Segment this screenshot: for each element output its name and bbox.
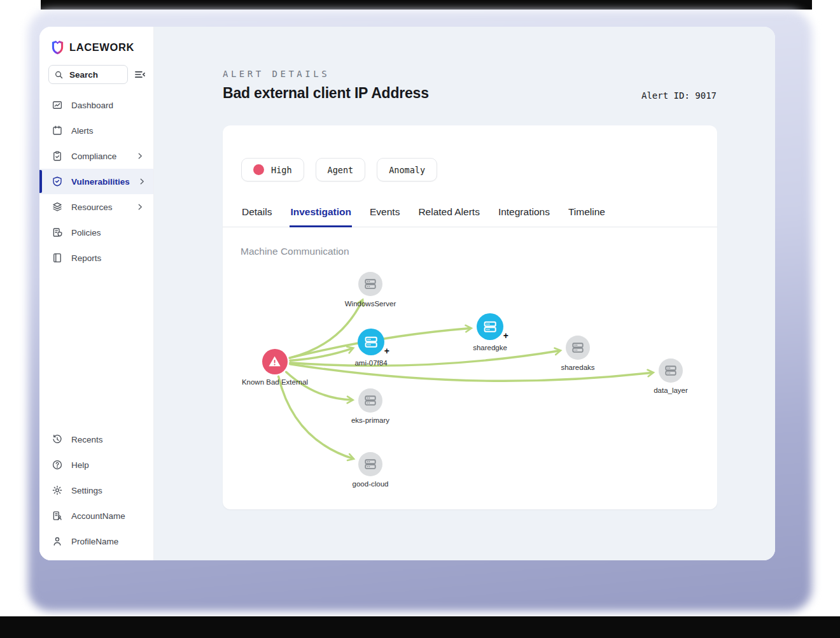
graph-node-ws[interactable]: WindowsServer xyxy=(358,272,382,296)
alert-card: HighAgentAnomaly DetailsInvestigationEve… xyxy=(223,125,717,509)
policies-icon xyxy=(52,227,63,238)
sidebar-item-resources[interactable]: Resources xyxy=(39,194,153,220)
expand-plus-badge[interactable]: + xyxy=(503,331,508,340)
nav-item-label: Alerts xyxy=(71,126,94,136)
help-icon xyxy=(52,459,63,471)
badges-row: HighAgentAnomaly xyxy=(223,125,717,181)
badge-anomaly[interactable]: Anomaly xyxy=(377,158,437,181)
sidebar-item-help[interactable]: Help xyxy=(39,452,153,478)
nav-item-label: Compliance xyxy=(71,152,116,161)
nav-item-label: Settings xyxy=(71,486,102,495)
recents-icon xyxy=(52,434,63,445)
sidebar-item-policies[interactable]: Policies xyxy=(39,220,153,245)
chevron-right-icon xyxy=(138,178,146,185)
nav-item-label: Reports xyxy=(71,253,101,263)
graph-node-bad[interactable]: Known Bad External xyxy=(262,349,288,374)
app-window: LACEWORK DashboardAlertsComplianceVulner… xyxy=(39,27,775,560)
alert-id: Alert ID: 9017 xyxy=(641,90,717,101)
sidebar-footer-nav: RecentsHelpSettingsAccountNameProfileNam… xyxy=(39,427,153,554)
node-label: Known Bad External xyxy=(242,378,308,386)
node-label: WindowsServer xyxy=(345,300,396,308)
tab-investigation[interactable]: Investigation xyxy=(290,201,352,227)
badge-label: Anomaly xyxy=(389,165,425,175)
sidebar-item-profilename[interactable]: ProfileName xyxy=(39,528,153,554)
frame-bottom-bar xyxy=(0,616,840,638)
graph-node-ami[interactable]: ami-07f84+ xyxy=(358,329,384,355)
sidebar-item-settings[interactable]: Settings xyxy=(39,478,153,503)
sidebar-item-dashboard[interactable]: Dashboard xyxy=(39,92,153,118)
warning-triangle-icon xyxy=(267,354,282,369)
graph-node-gc[interactable]: good-cloud xyxy=(358,452,382,476)
sidebar-nav: DashboardAlertsComplianceVulnerabilities… xyxy=(39,92,153,271)
sidebar-item-vulnerabilities[interactable]: Vulnerabilities xyxy=(39,169,153,194)
nav-item-label: Help xyxy=(71,460,89,470)
nav-item-label: Dashboard xyxy=(71,101,113,110)
graph-node-eks[interactable]: eks-primary xyxy=(358,388,382,413)
nav-item-label: ProfileName xyxy=(71,537,118,546)
lacework-logo: LACEWORK xyxy=(39,39,153,55)
graph-node-gke[interactable]: sharedgke+ xyxy=(477,313,503,340)
lacework-shield-icon xyxy=(50,39,65,55)
badge-agent[interactable]: Agent xyxy=(316,158,366,181)
account-icon xyxy=(52,510,63,521)
settings-icon xyxy=(52,485,63,496)
sidebar-item-reports[interactable]: Reports xyxy=(39,245,153,271)
tab-events[interactable]: Events xyxy=(369,201,400,227)
node-label: sharedgke xyxy=(473,344,507,351)
nav-item-label: AccountName xyxy=(71,511,125,521)
severity-dot xyxy=(253,164,264,175)
graph-node-dl[interactable]: data_layer xyxy=(659,358,683,383)
badge-high[interactable]: High xyxy=(241,158,304,181)
server-icon xyxy=(363,393,377,408)
node-label: data_layer xyxy=(654,386,688,394)
graph-edges xyxy=(223,125,717,509)
search-input[interactable] xyxy=(68,69,122,80)
node-label: eks-primary xyxy=(351,416,389,424)
nav-item-label: Resources xyxy=(71,202,113,212)
graph-edge-bad-ws xyxy=(290,301,362,358)
node-label: sharedaks xyxy=(561,364,594,371)
graph-edge-bad-gc xyxy=(279,376,353,458)
search-row xyxy=(39,55,153,87)
resources-icon xyxy=(52,201,63,213)
nav-item-label: Recents xyxy=(71,435,103,444)
sidebar-collapse-icon[interactable] xyxy=(134,68,146,81)
graph-edge-bad-dl xyxy=(290,364,652,381)
chevron-right-icon xyxy=(136,152,144,160)
graph-edge-bad-ami xyxy=(290,348,353,360)
tab-details[interactable]: Details xyxy=(241,201,272,227)
main-content: ALERT DETAILS Bad external client IP Add… xyxy=(154,27,775,560)
tab-integrations[interactable]: Integrations xyxy=(498,201,550,227)
server-icon xyxy=(664,364,678,378)
server-icon xyxy=(363,277,377,291)
logo-text: LACEWORK xyxy=(69,41,134,53)
node-label: ami-07f84 xyxy=(354,359,387,367)
node-label: good-cloud xyxy=(353,480,389,488)
tabs-row: DetailsInvestigationEventsRelated Alerts… xyxy=(223,201,717,227)
sidebar-item-alerts[interactable]: Alerts xyxy=(39,118,153,143)
compliance-icon xyxy=(52,150,63,162)
badge-label: High xyxy=(271,165,292,175)
server-icon xyxy=(363,334,379,350)
sidebar: LACEWORK DashboardAlertsComplianceVulner… xyxy=(39,27,154,560)
search-icon xyxy=(54,70,64,80)
tab-related-alerts[interactable]: Related Alerts xyxy=(417,201,480,227)
sidebar-item-recents[interactable]: Recents xyxy=(39,427,153,452)
chevron-right-icon xyxy=(136,203,144,211)
sidebar-item-accountname[interactable]: AccountName xyxy=(39,503,153,528)
nav-item-label: Vulnerabilities xyxy=(71,177,130,187)
tab-timeline[interactable]: Timeline xyxy=(568,201,606,227)
section-title: Machine Communication xyxy=(223,227,717,257)
search-box[interactable] xyxy=(48,65,128,84)
alerts-icon xyxy=(52,125,63,136)
reports-icon xyxy=(52,252,63,264)
profile-icon xyxy=(52,535,63,547)
expand-plus-badge[interactable]: + xyxy=(384,346,389,355)
nav-item-label: Policies xyxy=(71,228,101,237)
graph-edge-bad-aks xyxy=(290,351,560,366)
graph-node-aks[interactable]: sharedaks xyxy=(566,336,590,360)
page-eyebrow: ALERT DETAILS xyxy=(223,69,717,79)
vulnerabilities-icon xyxy=(52,176,63,187)
graph-edge-bad-eks xyxy=(286,372,352,400)
sidebar-item-compliance[interactable]: Compliance xyxy=(39,143,153,169)
